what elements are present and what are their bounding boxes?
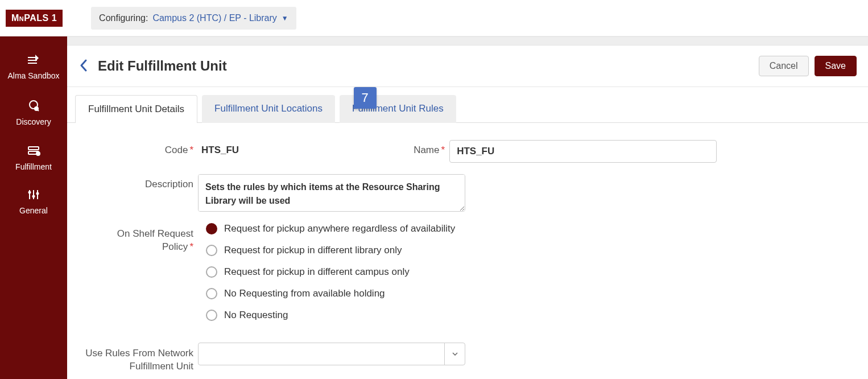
- code-field-row: Code* HTS_FU: [84, 140, 239, 163]
- callout-badge: 7: [354, 87, 377, 109]
- main-content: Edit Fulfillment Unit Cancel Save Fulfil…: [67, 36, 868, 379]
- configuring-selector[interactable]: Configuring: Campus 2 (HTC) / EP - Libra…: [91, 7, 296, 30]
- sliders-icon: [2, 188, 65, 203]
- tabs: Fulfillment Unit Details Fulfillment Uni…: [67, 87, 868, 123]
- sandbox-icon: [2, 53, 65, 68]
- chevron-left-icon: [78, 59, 89, 72]
- description-field-row: Description Sets the rules by which item…: [84, 174, 851, 212]
- radio-icon: [206, 266, 217, 278]
- radio-label: No Requesting: [224, 310, 288, 321]
- form-body: Code* HTS_FU Name* Description Sets the …: [67, 122, 868, 379]
- svg-point-10: [32, 195, 35, 198]
- shelf-option-3[interactable]: No Requesting from available holding: [206, 288, 455, 299]
- name-label: Name*: [273, 140, 449, 156]
- tab-fulfillment-unit-rules[interactable]: Fulfillment Unit Rules 7: [340, 95, 456, 123]
- svg-point-9: [28, 191, 31, 194]
- sidebar-item-label: Discovery: [2, 117, 65, 126]
- caret-down-icon: ▼: [282, 14, 288, 22]
- sidebar-item-label: Fulfillment: [2, 162, 65, 171]
- configuring-value: Campus 2 (HTC) / EP - Library: [152, 13, 276, 23]
- page-header: Edit Fulfillment Unit Cancel Save: [67, 46, 868, 87]
- use-rules-row: Use Rules From Network Fulfillment Unit: [84, 343, 851, 373]
- shelf-option-0[interactable]: Request for pickup anywhere regardless o…: [206, 223, 455, 234]
- code-value: HTS_FU: [198, 140, 239, 156]
- caret-down-icon: [444, 343, 465, 365]
- shelf-policy-radio-group: Request for pickup anywhere regardless o…: [198, 223, 455, 331]
- radio-icon: [206, 310, 217, 321]
- radio-icon: [206, 245, 217, 256]
- shelf-option-2[interactable]: Request for pickup in different campus o…: [206, 266, 455, 278]
- code-label: Code*: [84, 140, 198, 156]
- shelf-option-4[interactable]: No Requesting: [206, 310, 455, 321]
- shelf-policy-row: On Shelf Request Policy* Request for pic…: [84, 223, 851, 331]
- use-rules-dropdown[interactable]: [198, 343, 465, 365]
- configuring-label: Configuring:: [99, 13, 148, 23]
- sidebar: Alma Sandbox Discovery Fulfillment Gener…: [0, 36, 67, 379]
- sidebar-item-label: Alma Sandbox: [2, 71, 65, 80]
- radio-icon: [206, 223, 217, 234]
- sidebar-item-discovery[interactable]: Discovery: [0, 90, 67, 137]
- shelf-policy-label: On Shelf Request Policy*: [84, 223, 198, 254]
- tab-fulfillment-unit-details[interactable]: Fulfillment Unit Details: [75, 95, 197, 123]
- discovery-icon: [2, 97, 65, 114]
- name-input[interactable]: [449, 140, 717, 163]
- description-label: Description: [84, 174, 198, 190]
- page-title: Edit Fulfillment Unit: [98, 58, 753, 74]
- gray-strip: [67, 36, 868, 46]
- fulfillment-icon: [2, 143, 65, 159]
- sidebar-item-alma-sandbox[interactable]: Alma Sandbox: [0, 47, 67, 90]
- shelf-option-1[interactable]: Request for pickup in different library …: [206, 245, 455, 256]
- cancel-button[interactable]: Cancel: [759, 56, 809, 76]
- tab-fulfillment-unit-locations[interactable]: Fulfillment Unit Locations: [202, 95, 335, 123]
- description-textarea[interactable]: Sets the rules by which items at the Res…: [198, 174, 465, 212]
- radio-label: Request for pickup in different campus o…: [224, 266, 410, 278]
- svg-point-5: [36, 151, 40, 156]
- radio-label: Request for pickup anywhere regardless o…: [224, 223, 455, 234]
- use-rules-label: Use Rules From Network Fulfillment Unit: [84, 343, 198, 373]
- dropdown-value: [199, 343, 444, 365]
- sidebar-item-label: General: [2, 206, 65, 215]
- radio-label: Request for pickup in different library …: [224, 245, 402, 256]
- sidebar-item-fulfillment[interactable]: Fulfillment: [0, 137, 67, 182]
- svg-point-11: [36, 192, 39, 195]
- brand-logo: MnPALS 1: [6, 10, 63, 27]
- name-field-row: Name*: [273, 140, 717, 163]
- sidebar-item-general[interactable]: General: [0, 182, 67, 225]
- svg-rect-3: [28, 147, 39, 150]
- topbar: MnPALS 1 Configuring: Campus 2 (HTC) / E…: [0, 0, 868, 36]
- back-button[interactable]: [75, 56, 92, 76]
- save-button[interactable]: Save: [815, 56, 857, 76]
- radio-label: No Requesting from available holding: [224, 288, 385, 299]
- radio-icon: [206, 288, 217, 299]
